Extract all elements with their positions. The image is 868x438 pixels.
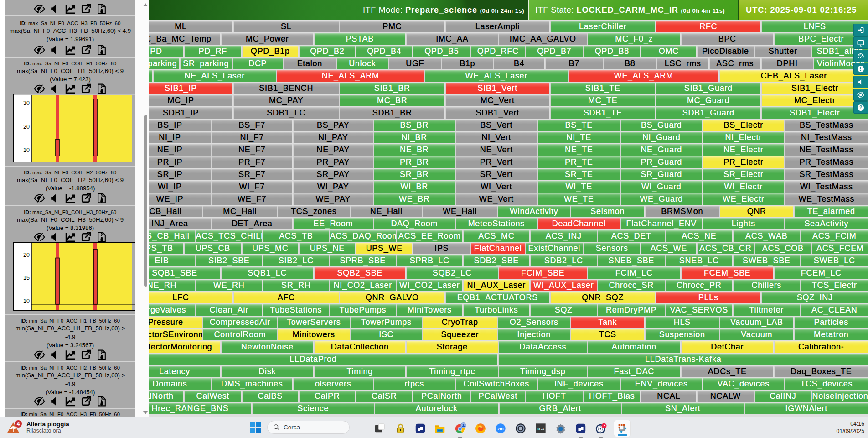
svg-text:30: 30 bbox=[23, 100, 30, 106]
svg-text:20: 20 bbox=[23, 124, 30, 130]
svg-text:10: 10 bbox=[23, 298, 30, 304]
svg-text:4: 4 bbox=[17, 421, 20, 427]
svg-text:10: 10 bbox=[23, 147, 30, 153]
svg-text:20: 20 bbox=[23, 252, 30, 258]
svg-text:zm: zm bbox=[497, 426, 504, 431]
svg-text:15: 15 bbox=[23, 275, 30, 281]
svg-text:3CX: 3CX bbox=[537, 427, 545, 431]
